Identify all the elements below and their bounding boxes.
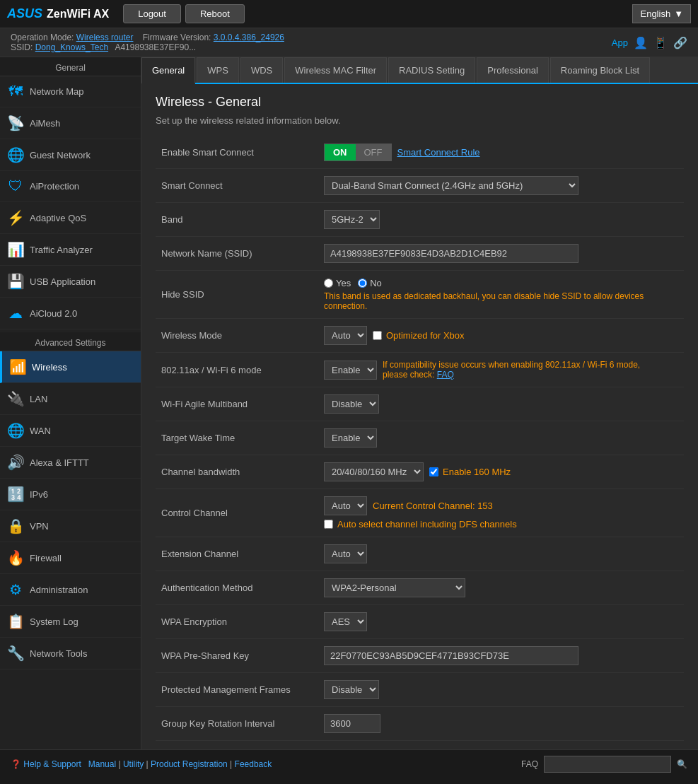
tab-professional[interactable]: Professional xyxy=(477,57,549,83)
sidebar-item-aicloud[interactable]: ☁ AiCloud 2.0 xyxy=(0,298,141,329)
dfs-area: Auto select channel including DFS channe… xyxy=(324,519,678,530)
sidebar-item-aiprotection[interactable]: 🛡 AiProtection xyxy=(0,171,141,202)
enable-160-checkbox[interactable] xyxy=(429,467,438,476)
sidebar-item-vpn[interactable]: 🔒 VPN xyxy=(0,510,141,542)
hide-ssid-no-label[interactable]: No xyxy=(358,278,382,288)
xbox-checkbox[interactable] xyxy=(373,331,382,340)
row-smart-connect: Smart Connect Dual-Band Smart Connect (2… xyxy=(156,169,684,203)
firewall-icon: 🔥 xyxy=(7,549,24,566)
target-wake-select[interactable]: Enable xyxy=(324,428,377,447)
group-key-input[interactable] xyxy=(324,714,380,733)
tab-wds[interactable]: WDS xyxy=(240,57,283,83)
tab-radius-setting[interactable]: RADIUS Setting xyxy=(388,57,475,83)
wpa-encryption-select[interactable]: AES xyxy=(324,612,367,631)
hide-ssid-yes-radio[interactable] xyxy=(324,279,333,288)
control-channel-area: Auto Current Control Channel: 153 xyxy=(324,496,678,515)
utility-link[interactable]: Utility xyxy=(123,759,144,769)
feedback-link[interactable]: Feedback xyxy=(235,759,272,769)
sidebar-item-traffic-analyzer[interactable]: 📊 Traffic Analyzer xyxy=(0,234,141,266)
settings-table: Enable Smart Connect ON OFF Smart Connec… xyxy=(156,136,684,741)
reboot-button[interactable]: Reboot xyxy=(185,4,245,23)
traffic-analyzer-icon: 📊 xyxy=(7,241,24,258)
channel-bw-select[interactable]: 20/40/80/160 MHz xyxy=(324,462,424,481)
sidebar-item-guest-network[interactable]: 🌐 Guest Network xyxy=(0,139,141,171)
faq-search-icon[interactable]: 🔍 xyxy=(677,759,687,769)
aimesh-icon: 📡 xyxy=(7,115,24,131)
row-group-key: Group Key Rotation Interval xyxy=(156,707,684,741)
toggle-off-label[interactable]: OFF xyxy=(356,144,391,160)
faq-label: FAQ xyxy=(521,759,538,769)
manual-link[interactable]: Manual xyxy=(88,759,116,769)
smart-connect-rule-link[interactable]: Smart Connect Rule xyxy=(397,147,480,158)
toggle-on-label[interactable]: ON xyxy=(325,144,356,160)
tab-roaming-block-list[interactable]: Roaming Block List xyxy=(550,57,650,83)
value-auth-method: WPA2-Personal xyxy=(318,571,684,605)
label-wireless-mode: Wireless Mode xyxy=(156,319,318,353)
sidebar-item-adaptive-qos[interactable]: ⚡ Adaptive QoS xyxy=(0,202,141,234)
wifi6-faq-link[interactable]: FAQ xyxy=(437,370,454,380)
sidebar-item-aimesh[interactable]: 📡 AiMesh xyxy=(0,107,141,139)
wpa-key-input[interactable] xyxy=(324,646,578,665)
value-target-wake: Enable xyxy=(318,421,684,455)
operation-mode-link[interactable]: Wireless router xyxy=(76,33,134,42)
content-area: General WPS WDS Wireless MAC Filter RADI… xyxy=(141,57,698,749)
wifi6-select[interactable]: Enable xyxy=(324,361,377,380)
value-group-key xyxy=(318,707,684,741)
smart-connect-select[interactable]: Dual-Band Smart Connect (2.4GHz and 5GHz… xyxy=(324,176,578,195)
auth-method-select[interactable]: WPA2-Personal xyxy=(324,578,465,597)
label-enable-smart-connect: Enable Smart Connect xyxy=(156,136,318,169)
sidebar-item-wan[interactable]: 🌐 WAN xyxy=(0,415,141,447)
registration-link[interactable]: Product Registration xyxy=(151,759,228,769)
hide-ssid-no-radio[interactable] xyxy=(358,279,367,288)
control-channel-select[interactable]: Auto xyxy=(324,496,367,515)
value-control-channel: Auto Current Control Channel: 153 Auto s… xyxy=(318,489,684,537)
page-title: Wireless - General xyxy=(156,95,684,110)
smart-connect-toggle[interactable]: ON OFF xyxy=(324,144,392,161)
sidebar-item-system-log[interactable]: 📋 System Log xyxy=(0,606,141,638)
faq-search-input[interactable] xyxy=(544,756,671,773)
product-name: ZenWiFi AX xyxy=(47,8,109,21)
phone-icon[interactable]: 📱 xyxy=(653,36,668,49)
alexa-icon: 🔊 xyxy=(7,454,24,471)
dfs-checkbox[interactable] xyxy=(324,520,333,529)
user-icon[interactable]: 👤 xyxy=(634,36,648,49)
sidebar-item-alexa-ifttt[interactable]: 🔊 Alexa & IFTTT xyxy=(0,447,141,479)
sidebar-label-adaptive-qos: Adaptive QoS xyxy=(30,213,86,223)
sidebar-item-firewall[interactable]: 🔥 Firewall xyxy=(0,542,141,574)
sidebar-item-wireless[interactable]: 📶 Wireless xyxy=(0,351,141,383)
row-target-wake: Target Wake Time Enable xyxy=(156,421,684,455)
value-ssid xyxy=(318,237,684,271)
language-selector[interactable]: English ▼ xyxy=(632,4,691,23)
tab-wireless-mac-filter[interactable]: Wireless MAC Filter xyxy=(284,57,387,83)
enable-160-label[interactable]: Enable 160 MHz xyxy=(429,467,511,477)
wireless-mode-area: Auto Optimized for Xbox xyxy=(324,326,678,345)
extension-channel-select[interactable]: Auto xyxy=(324,544,367,563)
band-select[interactable]: 5GHz-2 xyxy=(324,210,380,229)
tab-wps[interactable]: WPS xyxy=(197,57,239,83)
value-wifi6: Enable If compatibility issue occurs whe… xyxy=(318,353,684,387)
sidebar-item-usb-application[interactable]: 💾 USB Application xyxy=(0,266,141,298)
wireless-mode-select[interactable]: Auto xyxy=(324,326,367,345)
hide-ssid-yes-label[interactable]: Yes xyxy=(324,278,351,288)
firmware-link[interactable]: 3.0.0.4.386_24926 xyxy=(214,33,284,42)
sidebar-item-network-tools[interactable]: 🔧 Network Tools xyxy=(0,638,141,669)
sidebar-item-network-map[interactable]: 🗺 Network Map xyxy=(0,76,141,107)
dfs-checkbox-label[interactable]: Auto select channel including DFS channe… xyxy=(324,519,678,530)
sidebar-item-administration[interactable]: ⚙ Administration xyxy=(0,574,141,606)
ssid-link[interactable]: Dong_Knows_Tech xyxy=(35,42,108,52)
logout-button[interactable]: Logout xyxy=(123,4,181,23)
sidebar-item-lan[interactable]: 🔌 LAN xyxy=(0,383,141,415)
tab-general[interactable]: General xyxy=(141,57,195,84)
pmf-select[interactable]: Disable xyxy=(324,680,379,699)
help-support-link[interactable]: Help & Support xyxy=(23,759,81,769)
label-extension-channel: Extension Channel xyxy=(156,537,318,571)
current-channel-text: Current Control Channel: 153 xyxy=(373,501,493,511)
xbox-checkbox-label[interactable]: Optimized for Xbox xyxy=(373,330,465,341)
wifi-agile-select[interactable]: Disable xyxy=(324,394,379,414)
sidebar-item-ipv6[interactable]: 🔢 IPv6 xyxy=(0,479,141,510)
vpn-icon: 🔒 xyxy=(7,517,24,534)
logo-area: ASUS ZenWiFi AX xyxy=(7,6,109,21)
app-label: App xyxy=(612,37,628,48)
share-icon[interactable]: 🔗 xyxy=(673,36,687,49)
ssid-input[interactable] xyxy=(324,244,578,263)
